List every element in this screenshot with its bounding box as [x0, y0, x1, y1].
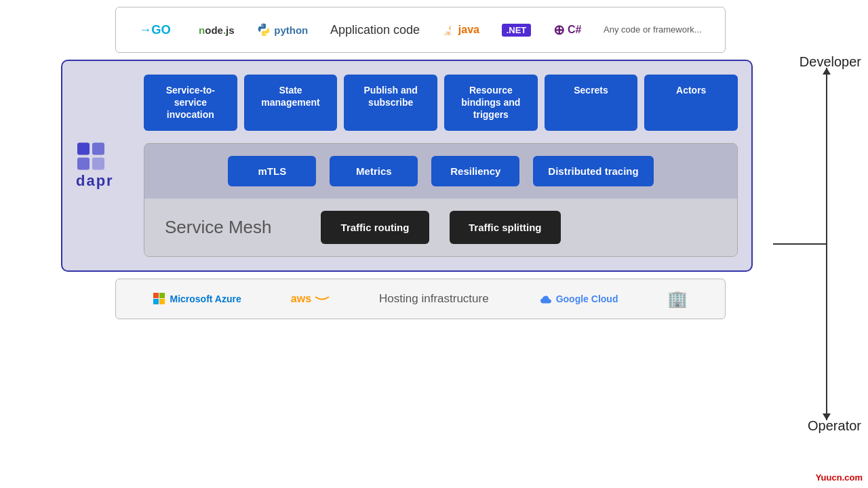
aws-logo: aws — [291, 291, 330, 306]
dapr-icon — [76, 142, 113, 172]
operator-label: Operator — [808, 418, 861, 434]
watermark: Yuucn.com — [816, 472, 863, 483]
service-mesh-label: Service Mesh — [165, 217, 300, 238]
python-lang: python — [256, 22, 308, 37]
right-labels: Developer Operator — [760, 0, 868, 488]
building-icon: 🏢 — [667, 289, 688, 308]
service-mesh-row: Service Mesh Traffic routing Traffic spl… — [144, 199, 737, 256]
gcloud-logo: Google Cloud — [538, 293, 618, 304]
azure-logo: Microsoft Azure — [153, 293, 241, 304]
pubsub-block: Publish and subscribe — [344, 75, 437, 131]
dapr-text: dapr — [76, 172, 114, 190]
building-blocks-row: Service-to-service invocation State mana… — [144, 75, 738, 131]
resiliency-block: Resiliency — [431, 156, 519, 186]
main-container: → GO node.js python Application code — [0, 0, 868, 488]
hosting-bar: Microsoft Azure aws Hosting infrastructu… — [115, 279, 726, 319]
python-icon — [256, 22, 271, 37]
bindings-block: Resource bindings and triggers — [444, 75, 538, 131]
java-lang: java — [442, 23, 479, 37]
mtls-block: mTLS — [228, 156, 316, 186]
hosting-text: Hosting infrastructure — [379, 292, 489, 306]
metrics-block: Metrics — [330, 156, 418, 186]
traffic-routing-block: Traffic routing — [321, 211, 429, 244]
secrets-block: Secrets — [545, 75, 638, 131]
svg-rect-4 — [77, 158, 90, 170]
java-icon — [442, 23, 456, 37]
traffic-splitting-block: Traffic splitting — [450, 211, 561, 244]
actors-block: Actors — [644, 75, 738, 131]
tracing-block: Distributed tracing — [533, 156, 653, 186]
svg-text:GO: GO — [152, 22, 172, 37]
gcloud-label: Google Cloud — [556, 293, 618, 304]
security-row: mTLS Metrics Resiliency Distributed trac… — [144, 144, 737, 199]
node-lang: node.js — [199, 24, 235, 36]
diagram-area: → GO node.js python Application code — [27, 7, 760, 481]
azure-label: Microsoft Azure — [170, 293, 241, 304]
go-lang: → GO — [139, 22, 176, 37]
ms-squares-icon — [153, 293, 165, 304]
svg-rect-5 — [92, 158, 104, 170]
app-code-text: Application code — [330, 23, 420, 37]
csharp-label: C# — [568, 24, 581, 36]
svg-rect-3 — [92, 143, 104, 155]
dapr-box: dapr Service-to-service invocation State… — [61, 60, 753, 272]
python-label: python — [274, 24, 308, 36]
java-label: java — [458, 24, 479, 36]
svc2svc-block: Service-to-service invocation — [144, 75, 237, 131]
app-code-bar: → GO node.js python Application code — [115, 7, 726, 53]
dotnet-badge: .NET — [502, 24, 532, 37]
aws-smile-icon — [315, 296, 330, 302]
state-block: State management — [244, 75, 338, 131]
go-icon: → GO — [139, 22, 176, 37]
horiz-line — [773, 243, 827, 245]
any-code-text: Any code or framework... — [604, 24, 702, 36]
vertical-arrow — [826, 68, 827, 420]
svg-rect-2 — [77, 143, 90, 155]
svg-text:→: → — [139, 22, 151, 37]
gcloud-icon — [538, 293, 553, 304]
inner-box: mTLS Metrics Resiliency Distributed trac… — [144, 143, 738, 257]
node-icon: node.js — [199, 24, 235, 36]
csharp-icon: ⊕ — [553, 22, 565, 38]
dapr-logo: dapr — [76, 142, 114, 190]
aws-label: aws — [291, 293, 311, 304]
csharp-lang: ⊕ C# — [553, 22, 581, 38]
